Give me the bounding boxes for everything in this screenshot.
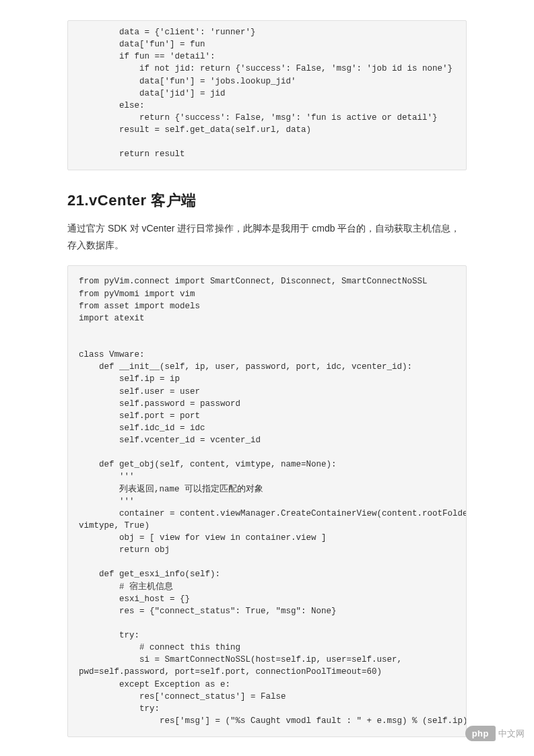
watermark: php 中文网 <box>465 726 525 741</box>
watermark-text: 中文网 <box>498 728 525 740</box>
section-heading: 21.vCenter 客户端 <box>67 191 467 211</box>
code-block-main: from pyVim.connect import SmartConnect, … <box>67 265 467 737</box>
code-block-top: data = {'client': 'runner'} data['fun'] … <box>67 20 467 170</box>
section-description: 通过官方 SDK 对 vCenter 进行日常操作，此脚本是我用于 cmdb 平… <box>67 220 467 253</box>
watermark-logo-icon: php <box>465 726 496 741</box>
